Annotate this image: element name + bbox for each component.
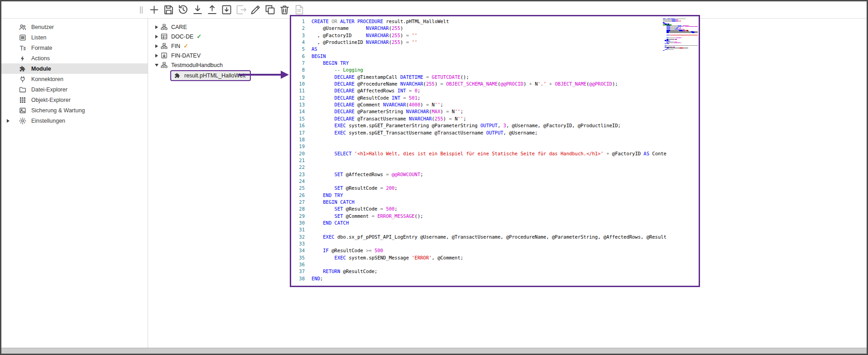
upload-button[interactable] — [206, 4, 218, 16]
code-line-13[interactable]: 13 DECLARE @Comment NVARCHAR(4000) = N''… — [293, 101, 699, 108]
sidebar-item-label: Sicherung & Wartung — [31, 107, 85, 114]
code-line-9[interactable]: 9 DECLARE @TimestampCall DATETIME = GETU… — [293, 74, 699, 81]
code-line-33[interactable]: 33 — [293, 240, 699, 247]
sidebar-item-formate[interactable]: Formate — [1, 43, 148, 53]
code-line-25[interactable]: 25 SET @ResultCode = 200; — [293, 185, 699, 192]
sidebar-item-label: Module — [31, 66, 51, 72]
sidebar-item-sicherung-wartung[interactable]: Sicherung & Wartung — [1, 105, 148, 115]
code-line-34[interactable]: 34 IF @ResultCode >= 500 — [293, 247, 699, 254]
sidebar-item-einstellungen[interactable]: Einstellungen — [1, 115, 148, 126]
app-window: BenutzerListenFormateActionsModuleKonnek… — [0, 0, 868, 355]
save-button[interactable] — [163, 4, 175, 16]
line-number: 28 — [293, 206, 305, 212]
code-line-28[interactable]: 28 SET @ResultCode = 500; — [293, 206, 699, 212]
tree-item-fin-datev[interactable]: FIN-DATEV — [149, 51, 289, 60]
line-number: 12 — [293, 95, 305, 101]
sidebar-item-listen[interactable]: Listen — [1, 32, 148, 43]
line-number: 6 — [293, 53, 305, 60]
code-line-35[interactable]: 35 EXEC system.spSEND_Message 'ERROR', @… — [293, 254, 699, 261]
selected-tree-item-box: result.pHTML_HalloWelt — [170, 70, 251, 81]
objects-icon — [19, 96, 27, 104]
code-line-3[interactable]: 3 , @FactoryID NVARCHAR(255) = '' — [293, 32, 699, 39]
code-line-32[interactable]: 32 EXEC dbo.sx_pf_pPOST_API_LogEntry @Us… — [293, 234, 699, 240]
code-line-20[interactable]: 20 SELECT '<h1>Hallo Welt, dies ist ein … — [293, 150, 699, 157]
code-line-16[interactable]: 16 EXEC system.spGET_ParameterString @Pa… — [293, 122, 699, 129]
code-line-21[interactable]: 21 — [293, 157, 699, 164]
line-number: 2 — [293, 25, 305, 32]
edit-button[interactable] — [249, 4, 262, 16]
history-icon — [177, 4, 189, 16]
code-line-2[interactable]: 2 @Username NVARCHAR(255) — [293, 25, 699, 32]
code-line-38[interactable]: 38END; — [293, 275, 699, 282]
code-line-8[interactable]: 8 -- Logging — [293, 67, 699, 73]
code-line-5[interactable]: 5AS — [293, 46, 699, 53]
code-line-4[interactable]: 4 , @ProductlineID NVARCHAR(255) = '' — [293, 39, 699, 46]
sidebar-item-actions[interactable]: Actions — [1, 53, 148, 63]
delete-icon — [278, 4, 291, 16]
code-line-27[interactable]: 27 BEGIN CATCH — [293, 199, 699, 206]
import-button[interactable] — [221, 4, 233, 16]
sidebar-item-konnektoren[interactable]: Konnektoren — [1, 74, 148, 84]
line-number: 35 — [293, 254, 305, 261]
tree-item-label: CARE — [171, 24, 187, 30]
sidebar-item-benutzer[interactable]: Benutzer — [1, 22, 148, 32]
sidebar-item-label: Konnektoren — [31, 76, 63, 82]
sql-editor[interactable]: 1CREATE OR ALTER PROCEDURE result.pHTML_… — [290, 15, 700, 287]
download-button[interactable] — [192, 4, 204, 16]
code-line-11[interactable]: 11 DECLARE @AffectedRows INT = 0; — [293, 87, 699, 94]
copy-button[interactable] — [264, 4, 276, 16]
list-icon — [19, 34, 27, 42]
code-line-26[interactable]: 26 END TRY — [293, 192, 699, 199]
export-button — [235, 4, 247, 16]
code-lines[interactable]: 1CREATE OR ALTER PROCEDURE result.pHTML_… — [291, 16, 699, 286]
line-number: 11 — [293, 87, 305, 94]
delete-button[interactable] — [278, 4, 291, 16]
code-line-6[interactable]: 6BEGIN — [293, 53, 699, 60]
chevron-right-icon[interactable] — [7, 119, 10, 123]
code-line-24[interactable]: 24 — [293, 178, 699, 185]
code-line-29[interactable]: 29 SET @Comment = ERROR_MESSAGE(); — [293, 213, 699, 220]
line-number: 34 — [293, 247, 305, 254]
code-line-30[interactable]: 30 END CATCH — [293, 220, 699, 226]
code-line-14[interactable]: 14 DECLARE @ParameterString NVARCHAR(MAX… — [293, 108, 699, 115]
tree-item-fin[interactable]: FIN✓ — [149, 41, 289, 51]
upload-icon — [206, 4, 218, 16]
sidebar-item-datei-explorer[interactable]: Datei-Explorer — [1, 84, 148, 95]
code-line-17[interactable]: 17 EXEC system.spGET_TransactUsername @T… — [293, 130, 699, 136]
sitemap-icon — [160, 61, 168, 69]
tree-item-care[interactable]: CARE — [149, 22, 289, 32]
code-line-15[interactable]: 15 DECLARE @TransactUsername NVARCHAR(25… — [293, 115, 699, 122]
code-line-36[interactable]: 36 — [293, 261, 699, 268]
code-line-18[interactable]: 18 — [293, 136, 699, 143]
code-line-37[interactable]: 37 RETURN @ResultCode; — [293, 268, 699, 275]
code-line-22[interactable]: 22 — [293, 164, 699, 171]
chevron-right-icon[interactable] — [155, 35, 158, 38]
code-line-31[interactable]: 31 — [293, 226, 699, 233]
line-number: 31 — [293, 226, 305, 233]
code-line-1[interactable]: 1CREATE OR ALTER PROCEDURE result.pHTML_… — [293, 18, 699, 25]
history-button[interactable] — [177, 4, 189, 16]
code-text: DECLARE @ProcedureName NVARCHAR(255) = O… — [312, 81, 618, 87]
module-icon — [174, 72, 181, 79]
chevron-down-icon[interactable] — [155, 64, 158, 67]
tree-item-testmodulhandbuch[interactable]: TestmodulHandbuch — [149, 60, 289, 70]
sidebar-item-module[interactable]: Module — [1, 63, 148, 74]
panel-resize-handle[interactable] — [140, 6, 143, 14]
tree-item-result-phtml-hallowelt[interactable]: result.pHTML_HalloWelt — [158, 70, 289, 81]
code-line-10[interactable]: 10 DECLARE @ProcedureName NVARCHAR(255) … — [293, 81, 699, 87]
chevron-right-icon[interactable] — [155, 54, 158, 58]
code-line-19[interactable]: 19 — [293, 143, 699, 150]
tree-item-doc-de[interactable]: DOC-DE✓ — [149, 32, 289, 41]
minimap[interactable] — [662, 17, 698, 53]
tree-item-label: TestmodulHandbuch — [171, 62, 223, 68]
code-line-12[interactable]: 12 DECLARE @ResultCode INT = 501; — [293, 95, 699, 101]
expand-slot — [153, 25, 160, 29]
module-icon — [19, 65, 27, 73]
code-line-7[interactable]: 7 BEGIN TRY — [293, 60, 699, 67]
chevron-right-icon[interactable] — [155, 25, 158, 29]
code-line-23[interactable]: 23 SET @AffectedRows = @@ROWCOUNT; — [293, 171, 699, 178]
chevron-right-icon[interactable] — [155, 44, 158, 48]
sidebar-item-objekt-explorer[interactable]: Objekt-Explorer — [1, 95, 148, 105]
bottom-scrollbar[interactable] — [1, 348, 867, 354]
add-button[interactable] — [148, 4, 160, 16]
